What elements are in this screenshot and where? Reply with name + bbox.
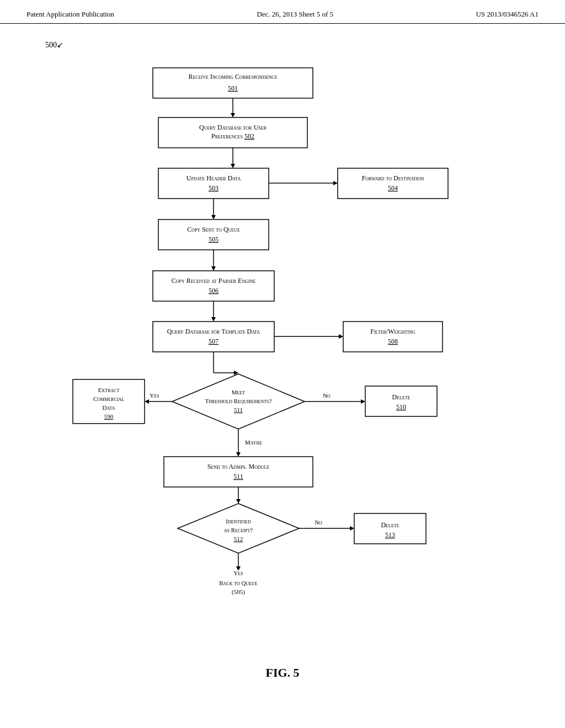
- svg-rect-33: [365, 386, 437, 416]
- svg-text:Identified: Identified: [226, 518, 251, 524]
- svg-marker-76: [236, 499, 241, 504]
- svg-text:512: 512: [234, 536, 243, 542]
- svg-marker-78: [350, 526, 354, 531]
- svg-text:Receive Incoming Correspondenc: Receive Incoming Correspondence: [188, 73, 277, 81]
- svg-text:Delete: Delete: [381, 521, 399, 529]
- svg-text:Meet: Meet: [232, 389, 246, 395]
- flowchart-svg: Receive Incoming Correspondence 501 Quer…: [45, 46, 520, 652]
- svg-marker-67: [145, 399, 149, 404]
- svg-text:No: No: [315, 519, 322, 526]
- header-right: US 2013/0346526 A1: [476, 10, 539, 19]
- svg-marker-58: [211, 266, 216, 271]
- page-header: Patent Application Publication Dec. 26, …: [0, 0, 565, 24]
- svg-text:Back to Queue: Back to Queue: [219, 580, 258, 586]
- svg-text:as Receipt?: as Receipt?: [224, 527, 253, 533]
- svg-text:Delete: Delete: [392, 393, 410, 401]
- svg-text:Query Database for User: Query Database for User: [199, 124, 267, 131]
- svg-rect-21: [343, 322, 443, 352]
- svg-marker-54: [333, 181, 338, 185]
- header-center: Dec. 26, 2013 Sheet 5 of 5: [257, 10, 333, 19]
- svg-text:506: 506: [209, 287, 218, 295]
- svg-text:504: 504: [388, 184, 398, 192]
- svg-text:Commercial: Commercial: [93, 395, 124, 402]
- figure-label: FIG. 5: [22, 666, 543, 697]
- svg-text:Forward to Destination: Forward to Destination: [362, 174, 424, 182]
- svg-text:501: 501: [228, 84, 238, 92]
- svg-text:505: 505: [209, 235, 218, 243]
- svg-text:511: 511: [234, 406, 243, 413]
- svg-text:Yes: Yes: [150, 392, 159, 399]
- svg-rect-36: [164, 457, 313, 487]
- svg-text:(505): (505): [232, 588, 245, 596]
- svg-marker-73: [236, 452, 241, 457]
- svg-text:507: 507: [209, 338, 218, 345]
- svg-text:Send to Admin. Module: Send to Admin. Module: [207, 463, 270, 470]
- svg-text:513: 513: [385, 531, 395, 539]
- header-left: Patent Application Publication: [26, 10, 114, 19]
- svg-text:Copy Sent to Queue: Copy Sent to Queue: [187, 226, 240, 233]
- svg-text:Data: Data: [103, 404, 115, 411]
- svg-text:Maybe: Maybe: [245, 439, 262, 446]
- svg-text:508: 508: [388, 338, 398, 345]
- svg-text:Query Database for Template Da: Query Database for Template Data: [167, 328, 260, 335]
- svg-marker-70: [361, 399, 365, 404]
- diagram-area: 500↙ Receive Incoming Correspondence 501…: [0, 24, 565, 708]
- svg-text:510: 510: [396, 403, 406, 411]
- svg-text:511: 511: [233, 473, 243, 480]
- svg-text:590: 590: [104, 413, 114, 420]
- svg-text:Copy Received at Parser Engine: Copy Received at Parser Engine: [172, 277, 256, 285]
- svg-rect-6: [158, 168, 269, 199]
- svg-marker-52: [231, 164, 235, 168]
- svg-marker-62: [339, 334, 343, 339]
- svg-text:Filter/Weighting: Filter/Weighting: [370, 328, 415, 335]
- svg-rect-12: [158, 220, 269, 250]
- svg-marker-60: [211, 317, 216, 322]
- svg-marker-50: [231, 113, 235, 117]
- svg-text:No: No: [323, 392, 331, 399]
- svg-rect-15: [153, 271, 274, 301]
- svg-rect-9: [338, 168, 448, 199]
- svg-text:Threshold Requirements?: Threshold Requirements?: [205, 398, 272, 404]
- svg-text:Update Header Data: Update Header Data: [186, 174, 241, 182]
- svg-rect-18: [153, 322, 274, 352]
- svg-marker-56: [211, 215, 216, 220]
- svg-text:503: 503: [209, 184, 218, 192]
- svg-text:Preferences 502: Preferences 502: [211, 132, 254, 140]
- svg-text:Extract: Extract: [98, 387, 120, 393]
